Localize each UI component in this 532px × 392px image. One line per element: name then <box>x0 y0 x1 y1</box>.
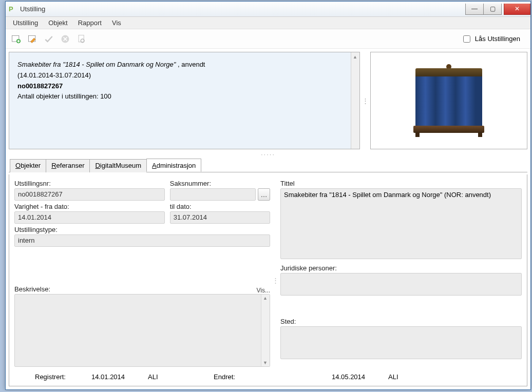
accept-button[interactable] <box>43 33 55 45</box>
registrert-user: ALI <box>148 373 184 381</box>
tab-digitalt-rest: igitaltMuseum <box>100 162 141 169</box>
tab-digitalt[interactable]: DigitaltMuseum <box>89 159 147 172</box>
info-count: Antall objekter i utstillingen: 100 <box>17 91 351 102</box>
juridiske-input[interactable] <box>280 273 522 296</box>
endret-label: Endret: <box>214 373 250 381</box>
info-scrollbar[interactable] <box>351 52 359 149</box>
tab-referanser-rest: eferanser <box>56 162 85 169</box>
beskrivelse-textarea[interactable] <box>14 294 270 367</box>
vis-link[interactable]: Vis... <box>257 287 270 294</box>
info-title-suffix: , anvendt <box>176 61 205 68</box>
endret-date: 14.05.2014 <box>332 373 368 381</box>
saksnummer-field: … <box>170 188 270 201</box>
beskrivelse-scrollbar[interactable] <box>261 295 270 366</box>
sted-input[interactable] <box>280 326 522 359</box>
utstillingsnr-label: Utstillingsnr: <box>14 179 165 188</box>
footer-row: Registrert: 14.01.2014 ALI Endret: <box>14 368 270 382</box>
image-pane <box>370 52 527 149</box>
info-title-line: Smakebiter fra "1814 - Spillet om Danmar… <box>17 60 351 70</box>
window-title: Utstilling <box>20 5 465 13</box>
maximize-button[interactable]: ▢ <box>483 4 502 15</box>
til-dato-input[interactable]: 31.07.2014 <box>170 211 270 224</box>
utstillingsnr-input[interactable]: no0018827267 <box>14 188 165 201</box>
saksnummer-input[interactable] <box>170 188 256 201</box>
app-icon: P <box>9 5 17 13</box>
registrert-date: 14.01.2014 <box>91 373 127 381</box>
registrert-label: Registrert: <box>35 373 71 381</box>
content: Smakebiter fra "1814 - Spillet om Danmar… <box>6 49 530 389</box>
info-id: no0018827267 <box>17 81 351 92</box>
til-dato-label: til dato: <box>170 202 270 211</box>
left-column: Utstillingsnr: no0018827267 Saksnummer: … <box>14 179 270 382</box>
cancel-button[interactable] <box>59 33 71 45</box>
endret-user: ALI <box>388 373 424 381</box>
sted-label: Sted: <box>280 317 522 326</box>
lock-area: Lås Utstillingen <box>461 34 526 44</box>
window-controls: — ▢ ✕ <box>465 4 530 15</box>
menu-utstilling[interactable]: Utstilling <box>8 17 43 28</box>
menubar: Utstilling Objekt Rapport Vis <box>6 17 530 29</box>
tab-body: Utstillingsnr: no0018827267 Saksnummer: … <box>9 174 527 386</box>
tittel-input[interactable]: Smakebiter fra "1814 - Spillet om Danmar… <box>280 188 522 259</box>
footer-row-right: 14.05.2014 ALI <box>280 368 522 382</box>
upper-panes: Smakebiter fra "1814 - Spillet om Danmar… <box>9 52 527 149</box>
saksnummer-label: Saksnummer: <box>170 179 270 188</box>
info-title: Smakebiter fra "1814 - Spillet om Danmar… <box>17 61 176 68</box>
tab-objekter-rest: bjekter <box>21 162 41 169</box>
lock-label: Lås Utstillingen <box>475 35 520 43</box>
menu-rapport[interactable]: Rapport <box>73 17 107 28</box>
new-button[interactable] <box>10 33 22 45</box>
right-column: Tittel Smakebiter fra "1814 - Spillet om… <box>280 179 522 382</box>
tab-admin-rest: dministrasjon <box>157 162 196 169</box>
saksnummer-browse-button[interactable]: … <box>258 188 270 201</box>
menu-vis[interactable]: Vis <box>107 17 126 28</box>
titlebar[interactable]: P Utstilling — ▢ ✕ <box>6 2 530 17</box>
tab-referanser[interactable]: Referanser <box>46 159 90 172</box>
lock-checkbox[interactable] <box>463 35 470 43</box>
tab-admin[interactable]: Administrasjon <box>146 159 201 172</box>
close-button[interactable]: ✕ <box>504 4 530 15</box>
info-pane: Smakebiter fra "1814 - Spillet om Danmar… <box>9 52 360 149</box>
tab-objekter[interactable]: Objekter <box>10 159 46 172</box>
varighet-fra-input[interactable]: 14.01.2014 <box>14 211 165 224</box>
info-dates: (14.01.2014-31.07.2014) <box>17 70 351 81</box>
varighet-fra-label: Varighet - fra dato: <box>14 202 165 211</box>
tab-bar: Objekter Referanser DigitaltMuseum Admin… <box>9 159 527 172</box>
menu-objekt[interactable]: Objekt <box>43 17 73 28</box>
splitter-horizontal[interactable]: ⋮ <box>363 52 367 149</box>
minimize-button[interactable]: — <box>465 4 484 15</box>
app-window: P Utstilling — ▢ ✕ Utstilling Objekt Rap… <box>5 1 531 390</box>
tittel-label: Tittel <box>280 179 522 188</box>
juridiske-label: Juridiske personer: <box>280 263 522 273</box>
object-thumbnail <box>410 62 487 139</box>
toolbar: Lås Utstillingen <box>6 29 530 49</box>
utstillingstype-input[interactable]: intern <box>14 234 270 247</box>
attach-button[interactable] <box>75 33 88 45</box>
edit-button[interactable] <box>26 33 39 45</box>
splitter-vertical[interactable]: ····· <box>9 151 527 156</box>
column-splitter[interactable]: ⋮ <box>273 179 277 382</box>
beskrivelse-label: Beskrivelse: <box>14 284 50 294</box>
utstillingstype-label: Utstillingstype: <box>14 225 270 234</box>
